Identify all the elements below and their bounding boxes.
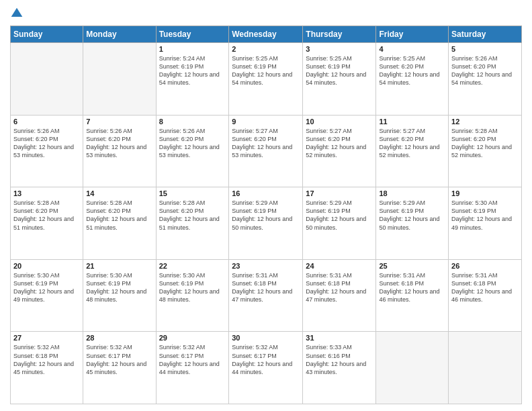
day-number: 26 xyxy=(451,262,519,270)
calendar-cell: 4Sunrise: 5:25 AM Sunset: 6:20 PM Daylig… xyxy=(376,43,449,116)
calendar-cell: 29Sunrise: 5:32 AM Sunset: 6:17 PM Dayli… xyxy=(156,332,229,404)
day-detail: Sunrise: 5:25 AM Sunset: 6:20 PM Dayligh… xyxy=(379,54,445,87)
day-number: 12 xyxy=(451,118,519,126)
day-detail: Sunrise: 5:30 AM Sunset: 6:19 PM Dayligh… xyxy=(86,271,152,304)
day-detail: Sunrise: 5:32 AM Sunset: 6:17 PM Dayligh… xyxy=(86,343,152,376)
calendar-week-row: 20Sunrise: 5:30 AM Sunset: 6:19 PM Dayli… xyxy=(11,259,522,332)
calendar-cell: 5Sunrise: 5:26 AM Sunset: 6:20 PM Daylig… xyxy=(449,43,522,116)
day-detail: Sunrise: 5:31 AM Sunset: 6:18 PM Dayligh… xyxy=(379,271,445,304)
calendar-cell: 27Sunrise: 5:32 AM Sunset: 6:18 PM Dayli… xyxy=(11,332,83,404)
day-number: 9 xyxy=(232,118,300,126)
day-number: 22 xyxy=(159,262,226,270)
calendar-cell xyxy=(11,43,83,116)
day-detail: Sunrise: 5:30 AM Sunset: 6:19 PM Dayligh… xyxy=(451,199,519,232)
day-number: 8 xyxy=(159,118,226,126)
day-detail: Sunrise: 5:26 AM Sunset: 6:20 PM Dayligh… xyxy=(451,54,519,87)
calendar-cell: 17Sunrise: 5:29 AM Sunset: 6:19 PM Dayli… xyxy=(303,187,376,260)
day-number: 3 xyxy=(306,45,373,53)
day-number: 19 xyxy=(451,189,519,197)
calendar-cell: 15Sunrise: 5:28 AM Sunset: 6:20 PM Dayli… xyxy=(156,187,229,260)
calendar-cell: 14Sunrise: 5:28 AM Sunset: 6:20 PM Dayli… xyxy=(83,187,156,260)
calendar-cell: 13Sunrise: 5:28 AM Sunset: 6:20 PM Dayli… xyxy=(11,187,83,260)
weekday-saturday: Saturday xyxy=(449,26,522,43)
day-number: 18 xyxy=(379,189,445,197)
calendar-cell xyxy=(449,332,522,404)
calendar-cell: 28Sunrise: 5:32 AM Sunset: 6:17 PM Dayli… xyxy=(83,332,156,404)
day-detail: Sunrise: 5:27 AM Sunset: 6:20 PM Dayligh… xyxy=(232,127,300,160)
calendar-cell: 18Sunrise: 5:29 AM Sunset: 6:19 PM Dayli… xyxy=(376,187,449,260)
svg-marker-0 xyxy=(11,8,23,17)
day-number: 17 xyxy=(306,189,373,197)
calendar-cell: 19Sunrise: 5:30 AM Sunset: 6:19 PM Dayli… xyxy=(449,187,522,260)
weekday-header-row: SundayMondayTuesdayWednesdayThursdayFrid… xyxy=(11,26,522,43)
calendar-cell: 9Sunrise: 5:27 AM Sunset: 6:20 PM Daylig… xyxy=(229,115,303,187)
day-detail: Sunrise: 5:29 AM Sunset: 6:19 PM Dayligh… xyxy=(232,199,300,232)
calendar-week-row: 6Sunrise: 5:26 AM Sunset: 6:20 PM Daylig… xyxy=(11,115,522,187)
day-detail: Sunrise: 5:24 AM Sunset: 6:19 PM Dayligh… xyxy=(159,54,226,87)
day-number: 25 xyxy=(379,262,445,270)
day-detail: Sunrise: 5:33 AM Sunset: 6:16 PM Dayligh… xyxy=(306,343,373,376)
weekday-friday: Friday xyxy=(376,26,449,43)
day-number: 16 xyxy=(232,189,300,197)
calendar-cell xyxy=(376,332,449,404)
day-number: 4 xyxy=(379,45,445,53)
day-detail: Sunrise: 5:27 AM Sunset: 6:20 PM Dayligh… xyxy=(306,127,373,160)
day-number: 27 xyxy=(13,334,80,342)
day-detail: Sunrise: 5:28 AM Sunset: 6:20 PM Dayligh… xyxy=(451,127,519,160)
day-number: 30 xyxy=(232,334,300,342)
day-number: 20 xyxy=(13,262,80,270)
day-detail: Sunrise: 5:31 AM Sunset: 6:18 PM Dayligh… xyxy=(306,271,373,304)
day-number: 14 xyxy=(86,189,152,197)
day-detail: Sunrise: 5:32 AM Sunset: 6:18 PM Dayligh… xyxy=(13,343,80,376)
calendar-cell: 12Sunrise: 5:28 AM Sunset: 6:20 PM Dayli… xyxy=(449,115,522,187)
calendar-cell: 31Sunrise: 5:33 AM Sunset: 6:16 PM Dayli… xyxy=(303,332,376,404)
day-number: 10 xyxy=(306,118,373,126)
day-number: 1 xyxy=(159,45,226,53)
header xyxy=(10,7,522,20)
day-number: 31 xyxy=(306,334,373,342)
day-detail: Sunrise: 5:30 AM Sunset: 6:19 PM Dayligh… xyxy=(13,271,80,304)
calendar-cell: 2Sunrise: 5:25 AM Sunset: 6:19 PM Daylig… xyxy=(229,43,303,116)
day-number: 5 xyxy=(451,45,519,53)
calendar-cell: 8Sunrise: 5:26 AM Sunset: 6:20 PM Daylig… xyxy=(156,115,229,187)
day-detail: Sunrise: 5:32 AM Sunset: 6:17 PM Dayligh… xyxy=(159,343,226,376)
day-detail: Sunrise: 5:29 AM Sunset: 6:19 PM Dayligh… xyxy=(379,199,445,232)
day-detail: Sunrise: 5:28 AM Sunset: 6:20 PM Dayligh… xyxy=(13,199,80,232)
day-detail: Sunrise: 5:31 AM Sunset: 6:18 PM Dayligh… xyxy=(451,271,519,304)
calendar-cell: 1Sunrise: 5:24 AM Sunset: 6:19 PM Daylig… xyxy=(156,43,229,116)
calendar-cell: 16Sunrise: 5:29 AM Sunset: 6:19 PM Dayli… xyxy=(229,187,303,260)
calendar-cell: 7Sunrise: 5:26 AM Sunset: 6:20 PM Daylig… xyxy=(83,115,156,187)
day-number: 13 xyxy=(13,189,80,197)
day-number: 7 xyxy=(86,118,152,126)
day-detail: Sunrise: 5:26 AM Sunset: 6:20 PM Dayligh… xyxy=(13,127,80,160)
calendar-week-row: 27Sunrise: 5:32 AM Sunset: 6:18 PM Dayli… xyxy=(11,332,522,404)
calendar-cell: 20Sunrise: 5:30 AM Sunset: 6:19 PM Dayli… xyxy=(11,259,83,332)
day-number: 29 xyxy=(159,334,226,342)
day-detail: Sunrise: 5:26 AM Sunset: 6:20 PM Dayligh… xyxy=(159,127,226,160)
calendar-week-row: 13Sunrise: 5:28 AM Sunset: 6:20 PM Dayli… xyxy=(11,187,522,260)
day-detail: Sunrise: 5:32 AM Sunset: 6:17 PM Dayligh… xyxy=(232,343,300,376)
day-number: 15 xyxy=(159,189,226,197)
day-number: 11 xyxy=(379,118,445,126)
calendar-week-row: 1Sunrise: 5:24 AM Sunset: 6:19 PM Daylig… xyxy=(11,43,522,116)
calendar-cell: 22Sunrise: 5:30 AM Sunset: 6:19 PM Dayli… xyxy=(156,259,229,332)
calendar-cell: 24Sunrise: 5:31 AM Sunset: 6:18 PM Dayli… xyxy=(303,259,376,332)
day-detail: Sunrise: 5:25 AM Sunset: 6:19 PM Dayligh… xyxy=(306,54,373,87)
calendar-table: SundayMondayTuesdayWednesdayThursdayFrid… xyxy=(10,26,522,404)
day-detail: Sunrise: 5:31 AM Sunset: 6:18 PM Dayligh… xyxy=(232,271,300,304)
day-detail: Sunrise: 5:30 AM Sunset: 6:19 PM Dayligh… xyxy=(159,271,226,304)
calendar-cell: 25Sunrise: 5:31 AM Sunset: 6:18 PM Dayli… xyxy=(376,259,449,332)
day-number: 24 xyxy=(306,262,373,270)
day-number: 2 xyxy=(232,45,300,53)
logo-icon xyxy=(10,7,24,20)
day-detail: Sunrise: 5:27 AM Sunset: 6:20 PM Dayligh… xyxy=(379,127,445,160)
calendar-cell: 26Sunrise: 5:31 AM Sunset: 6:18 PM Dayli… xyxy=(449,259,522,332)
day-detail: Sunrise: 5:25 AM Sunset: 6:19 PM Dayligh… xyxy=(232,54,300,87)
day-number: 21 xyxy=(86,262,152,270)
calendar-cell: 23Sunrise: 5:31 AM Sunset: 6:18 PM Dayli… xyxy=(229,259,303,332)
weekday-wednesday: Wednesday xyxy=(229,26,303,43)
weekday-thursday: Thursday xyxy=(303,26,376,43)
weekday-monday: Monday xyxy=(83,26,156,43)
weekday-tuesday: Tuesday xyxy=(156,26,229,43)
day-detail: Sunrise: 5:28 AM Sunset: 6:20 PM Dayligh… xyxy=(159,199,226,232)
